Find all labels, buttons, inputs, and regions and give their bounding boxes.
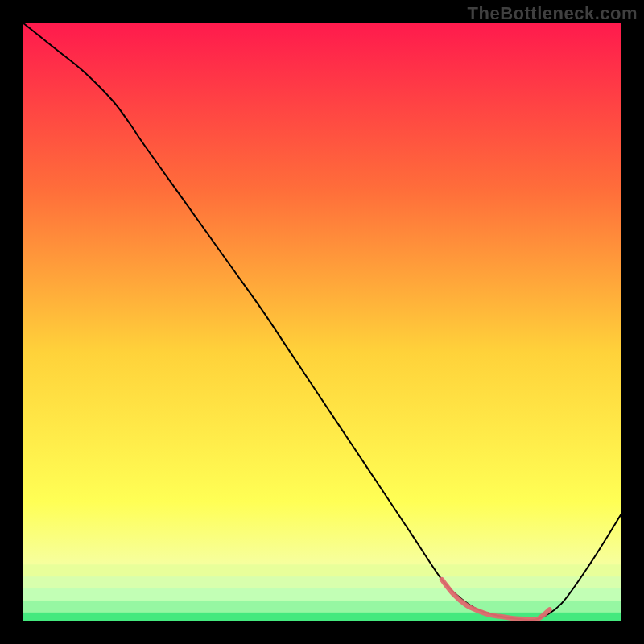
watermark-text: TheBottleneck.com [468,3,638,24]
gradient-band [23,576,621,589]
gradient-background [23,23,621,621]
plot-area [23,23,621,621]
gradient-band [23,564,621,577]
gradient-band [23,588,621,601]
chart-svg [23,23,621,621]
chart-container: TheBottleneck.com [0,0,644,644]
gradient-band [23,601,621,613]
